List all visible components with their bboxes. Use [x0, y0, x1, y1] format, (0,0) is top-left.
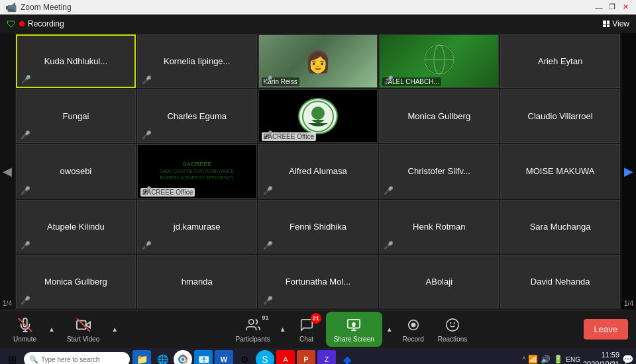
chat-button[interactable]: 21 Chat [290, 313, 323, 345]
record-label: Record [403, 336, 424, 343]
participant-name-moise: MOISE MAKUWA [523, 163, 598, 179]
participant-name-christofer: Christofer Silfv... [405, 163, 473, 179]
reactions-button[interactable]: Reactions [433, 313, 472, 345]
top-bar: 🛡 Recording View [0, 15, 636, 33]
taskbar-app8[interactable]: Z [317, 350, 336, 364]
reactions-icon [442, 316, 463, 334]
record-button[interactable]: Record [397, 313, 430, 345]
share-screen-icon [343, 316, 364, 334]
title-bar-left: 📹 Zoom Meeting [5, 2, 72, 13]
chat-badge: 21 [311, 313, 321, 324]
taskbar-chrome[interactable] [174, 350, 192, 364]
taskbar-right: ^ 📶 🔊 🔋 ENG 11:59 2020/10/21 💬 [523, 350, 633, 364]
next-page-button[interactable]: ▶ 1/4 [621, 33, 636, 310]
toolbar-right: Leave [584, 319, 628, 340]
mute-icon-kuda: 🎤 [21, 75, 31, 84]
taskbar-file-explorer[interactable]: 📁 [132, 350, 151, 364]
svg-point-16 [447, 319, 458, 331]
participants-caret[interactable]: ▲ [278, 326, 288, 333]
participant-name-jd: jd.kamurase [171, 219, 223, 234]
taskbar-dropbox[interactable]: ◆ [338, 350, 356, 364]
unmute-caret[interactable]: ▲ [47, 326, 56, 333]
participant-name-kuda: Kuda Ndhlukul... [42, 54, 110, 69]
taskbar-acrobat[interactable]: A [276, 350, 295, 364]
view-button[interactable]: View [603, 19, 629, 28]
participant-name-owosebi: owosebi [58, 163, 95, 179]
reactions-label: Reactions [438, 336, 467, 343]
volume-icon[interactable]: 🔊 [541, 355, 551, 364]
participant-name-abolaji: ABolaji [423, 274, 455, 289]
participant-name-monica2: Monica Gullberg [42, 274, 110, 289]
participant-cell-fenni: Fenni Shidhika 🎤 [258, 200, 378, 253]
unmute-button[interactable]: Unmute [8, 313, 42, 345]
maximize-button[interactable]: ❐ [607, 2, 617, 13]
participants-button[interactable]: 91 Participants [231, 313, 276, 345]
share-screen-button[interactable]: Share Screen [326, 312, 382, 347]
taskbar-skype[interactable]: S [256, 350, 274, 364]
participant-name-sara: Sara Muchanga [527, 219, 594, 234]
participant-name-david: David Nehanda [528, 274, 593, 289]
participant-cell-jd: jd.kamurase 🎤 [137, 200, 257, 253]
participant-cell-arieh: Arieh Eytan [500, 34, 620, 88]
mute-icon-jalel: 🎤 [384, 75, 394, 85]
eacreee-logo [298, 98, 338, 134]
start-video-label: Start Video [67, 336, 99, 343]
participant-cell-sacreee: SACREEESADC CENTRE FOR RENEWABLEENERGY &… [137, 144, 257, 198]
page-indicator-left: 1/4 [0, 300, 15, 307]
taskbar-powerpoint[interactable]: P [297, 350, 315, 364]
minimize-button[interactable]: — [594, 2, 604, 13]
participant-cell-sara: Sara Muchanga [500, 200, 620, 253]
participant-cell-abolaji: ABolaji [379, 255, 499, 308]
taskbar-app5[interactable]: ⚙ [235, 350, 254, 364]
participant-cell-kornelia: Kornelia Iipinge... 🎤 [137, 34, 257, 88]
start-video-button[interactable]: Start Video [62, 313, 105, 345]
participant-cell-david: David Nehanda [500, 255, 620, 308]
video-caret[interactable]: ▲ [110, 326, 119, 333]
toolbar: Unmute ▲ Start Video ▲ [0, 310, 636, 348]
participant-name-fungai: Fungai [60, 109, 92, 124]
taskbar-word[interactable]: W [215, 350, 233, 364]
sacreee-logo-text: SACREEESADC CENTRE FOR RENEWABLEENERGY &… [160, 161, 235, 181]
svg-point-21 [182, 358, 185, 361]
title-bar-controls: — ❐ ✕ [594, 2, 631, 13]
participant-cell-claudio: Claudio Villarroel [500, 89, 620, 143]
toolbar-center: 91 Participants ▲ 21 Chat [231, 312, 473, 347]
leave-button[interactable]: Leave [584, 319, 628, 340]
participant-cell-jalel: JALEL CHABCH... 🎤 [379, 34, 499, 88]
participant-name-kornelia: Kornelia Iipinge... [161, 54, 233, 69]
start-button[interactable]: ⊞ [3, 350, 21, 364]
participant-name-hmanda: hmanda [179, 274, 215, 289]
taskbar-outlook[interactable]: 📧 [194, 350, 213, 364]
participant-cell-moise: MOISE MAKUWA [500, 144, 620, 198]
mute-icon-charles: 🎤 [142, 130, 152, 140]
participant-name-fenni: Fenni Shidhika [287, 219, 349, 234]
participant-cell-fortunatha: Fortunatha Mol... 🎤 [258, 255, 378, 308]
taskbar-edge[interactable]: 🌐 [153, 350, 172, 364]
mute-icon-fenni: 🎤 [263, 241, 273, 250]
video-grid-container: ◀ 1/4 Kuda Ndhlukul... 🎤 Kornelia Iiping… [0, 33, 636, 310]
prev-page-button[interactable]: ◀ 1/4 [0, 33, 15, 310]
show-hidden-icons[interactable]: ^ [523, 356, 526, 363]
clock[interactable]: 11:59 2020/10/21 [583, 350, 619, 364]
participants-icon: 91 [242, 316, 264, 334]
notifications-icon[interactable]: 💬 [622, 354, 633, 364]
participant-name-henk: Henk Rotman [410, 219, 468, 234]
share-caret[interactable]: ▲ [385, 326, 394, 333]
language-indicator[interactable]: ENG [566, 356, 580, 363]
mute-icon-eacreee: 🎤 [263, 130, 273, 140]
mute-icon-fungai: 🎤 [21, 130, 30, 140]
participant-cell-monica2: Monica Gullberg 🎤 [16, 255, 136, 308]
participant-name-claudio: Claudio Villarroel [525, 109, 596, 124]
participant-cell-karin: 👩 Karin Reiss 🎤 [258, 34, 378, 88]
record-icon [403, 316, 424, 334]
close-button[interactable]: ✕ [620, 2, 631, 13]
taskbar-search[interactable]: 🔍 Type here to search [24, 352, 130, 364]
participant-name-alfred: Alfred Alumasa [286, 163, 349, 179]
taskbar: ⊞ 🔍 Type here to search 📁 🌐 📧 W ⚙ S A P … [0, 348, 636, 364]
participant-cell-eacreee: EACREEE Office 🎤 [258, 89, 378, 143]
mute-icon-karin: 🎤 [263, 75, 273, 85]
page-indicator-right: 1/4 [621, 300, 636, 307]
mute-icon-christofer: 🎤 [384, 186, 394, 195]
participant-name-charles: Charles Eguma [164, 109, 229, 124]
participants-label: Participants [236, 336, 270, 343]
